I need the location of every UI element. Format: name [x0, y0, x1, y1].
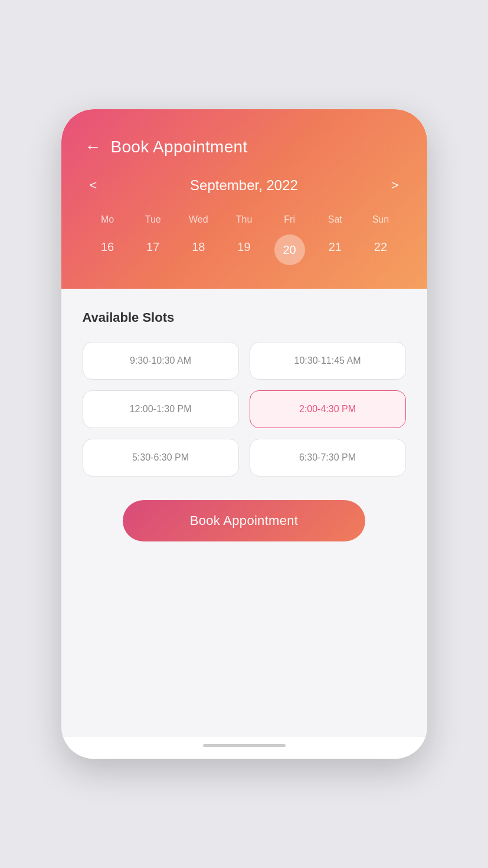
home-bar [203, 744, 286, 747]
day-16[interactable]: 16 [85, 234, 130, 265]
day-header-mo: Mo [85, 210, 130, 234]
day-header-sat: Sat [312, 210, 358, 234]
day-18[interactable]: 18 [176, 234, 221, 265]
prev-month-button[interactable]: < [85, 175, 102, 195]
day-header-wed: Wed [176, 210, 221, 234]
available-slots-title: Available Slots [83, 310, 406, 325]
slot-6-button[interactable]: 6:30-7:30 PM [250, 439, 406, 477]
calendar-nav: < September, 2022 > [85, 175, 404, 195]
home-indicator [61, 737, 427, 759]
slot-1-button[interactable]: 9:30-10:30 AM [83, 342, 239, 380]
book-appointment-button[interactable]: Book Appointment [123, 500, 365, 541]
calendar-grid: Mo Tue Wed Thu Fri Sat Sun 16 17 18 19 2… [85, 210, 404, 265]
day-22[interactable]: 22 [358, 234, 403, 265]
day-header-sun: Sun [358, 210, 403, 234]
content-section: Available Slots 9:30-10:30 AM 10:30-11:4… [61, 289, 427, 737]
next-month-button[interactable]: > [387, 175, 404, 195]
page-title: Book Appointment [111, 138, 248, 156]
slot-2-button[interactable]: 10:30-11:45 AM [250, 342, 406, 380]
slot-3-button[interactable]: 12:00-1:30 PM [83, 390, 239, 428]
day-21[interactable]: 21 [312, 234, 358, 265]
phone-frame: ← Book Appointment < September, 2022 > M… [61, 109, 427, 759]
header-section: ← Book Appointment < September, 2022 > M… [61, 109, 427, 289]
slot-5-button[interactable]: 5:30-6:30 PM [83, 439, 239, 477]
back-button[interactable]: ← [85, 138, 101, 156]
month-year-label: September, 2022 [190, 177, 298, 194]
day-header-thu: Thu [221, 210, 267, 234]
nav-bar: ← Book Appointment [85, 138, 404, 156]
day-19[interactable]: 19 [221, 234, 267, 265]
day-header-fri: Fri [267, 210, 312, 234]
slots-grid: 9:30-10:30 AM 10:30-11:45 AM 12:00-1:30 … [83, 342, 406, 477]
day-20-selected[interactable]: 20 [274, 234, 305, 265]
day-header-tue: Tue [130, 210, 176, 234]
slot-4-button[interactable]: 2:00-4:30 PM [250, 390, 406, 428]
day-17[interactable]: 17 [130, 234, 176, 265]
